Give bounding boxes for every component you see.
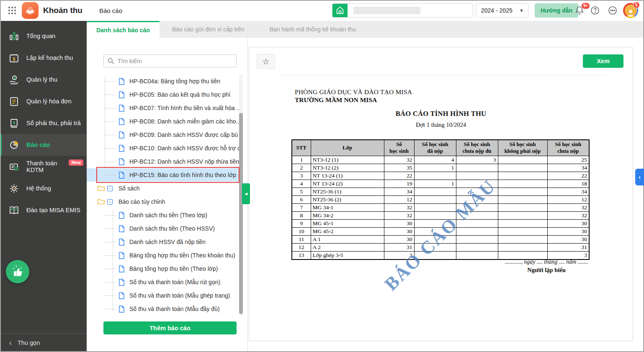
tree-item-label: Sổ thu và thanh toán (Mẫu ghép trang) <box>129 292 230 299</box>
report-table-cell: MG 34-1 <box>311 203 384 211</box>
tree-item-file[interactable]: HP-BC08: Danh sách miễn giảm các kho... <box>87 115 242 128</box>
sidebar-item-t-ng-quan[interactable]: Tổng quan <box>0 25 87 47</box>
top-bar: $ Khoản thu Báo cáo 2024 - 2025 ▼ Hướng … <box>0 0 644 21</box>
report-table-cell: 31 <box>547 243 589 251</box>
report-table-cell <box>456 195 498 203</box>
report-table-cell: 34 <box>384 188 414 195</box>
report-table-row: 10MG 45-23030 <box>292 227 589 235</box>
svg-text:$: $ <box>29 8 31 11</box>
report-table-cell: 6 <box>292 195 311 203</box>
sidebar-item-qu-n-l-thu[interactable]: $Quản lý thu <box>0 69 87 90</box>
tree-item-file[interactable]: Danh sách HSSV đã nộp tiền <box>87 235 242 249</box>
file-icon <box>118 306 125 313</box>
nav-item-bao-cao[interactable]: Báo cáo <box>99 0 122 21</box>
org-search-group[interactable] <box>332 3 473 18</box>
report-table-col-header: STT <box>292 140 311 156</box>
report-date-line: ..........., ngày .... tháng .... năm ..… <box>484 259 609 265</box>
sidebar-item-h-th-ng[interactable]: Hệ thống <box>0 177 87 199</box>
report-table-cell <box>456 251 498 260</box>
file-icon <box>118 212 125 219</box>
tree-item-file[interactable]: Sổ thu và thanh toán (Mẫu ghép trang) <box>87 289 242 302</box>
sidebar-item-thanh-to-n-kdtm[interactable]: Thanh toán KDTMNew <box>0 156 87 177</box>
report-table-cell: 30 <box>384 235 414 243</box>
collapse-minus-icon[interactable]: − <box>107 199 113 205</box>
tree-item-file[interactable]: HP-BC09: Danh sách HSSV được cấp bù miễ <box>87 128 242 141</box>
tree-item-label: Sổ thu và thanh toán (Mẫu đầy đủ) <box>129 306 220 312</box>
tree-item-file[interactable]: Danh sách thu tiền (Theo HSSV) <box>87 222 242 235</box>
panel-collapse-handle[interactable]: ◀ <box>242 183 250 204</box>
report-preview-card: ☆ Xem PHÒNG GIÁO DỤC VÀ ĐÀO TẠO MISA TRƯ… <box>249 47 633 341</box>
report-table-col-header: Số học sinh chưa nộp <box>547 140 589 156</box>
report-table-cell: MG 34-2 <box>311 211 384 219</box>
report-table-row: 3NT 13-24 (1)2222 <box>292 172 589 180</box>
sidebar-item-s-ph-i-thu-ph-i-tr-[interactable]: $Sổ phải thu, phải trả <box>0 112 87 134</box>
tree-folder-label: Sổ sách <box>118 185 140 192</box>
report-table-cell: 25 <box>547 156 589 164</box>
report-table-cell: 12 <box>384 195 414 203</box>
report-table-row: 13Lớp ghép 3-533 <box>292 251 589 260</box>
tree-folder[interactable]: −Báo cáo tùy chỉnh <box>87 195 242 208</box>
scrollbar-thumb[interactable] <box>239 113 243 314</box>
tree-folder[interactable]: −Sổ sách <box>87 182 242 195</box>
app-title: Khoản thu <box>43 0 82 21</box>
report-table-cell <box>498 219 547 227</box>
search-input[interactable] <box>118 58 233 64</box>
report-table-cell <box>456 211 498 219</box>
sidebar-item-l-p-k-ho-ch-thu[interactable]: $Lập kế hoạch thu <box>0 47 87 69</box>
new-badge: New <box>69 159 83 166</box>
pie-chart-icon <box>8 139 19 150</box>
tree-item-file[interactable]: Sổ thu và thanh toán (Mẫu rút gọn) <box>87 275 242 289</box>
sidebar-item-b-o-c-o[interactable]: Báo cáo <box>0 134 87 156</box>
report-table-cell <box>414 195 456 203</box>
tree-item-file[interactable]: HP-BC12: Danh sách HSSV nộp thừa tiền <box>87 155 242 168</box>
tree-item-file[interactable]: HP-BC07: Tình hình thu tiền và xuất hóa … <box>87 101 242 115</box>
report-table-cell <box>498 211 547 219</box>
school-year-select[interactable]: 2024 - 2025 ▼ <box>476 3 528 18</box>
tree-item-file[interactable]: Bảng tổng hợp thu tiền (Theo lớp) <box>87 262 242 275</box>
avatar-badge: 5 <box>633 2 640 8</box>
tree-item-file[interactable]: Sổ thu và thanh toán (Mẫu đầy đủ) <box>87 302 242 316</box>
guide-button[interactable]: Hướng dẫn <box>535 3 578 18</box>
report-table-cell: 19 <box>384 180 414 188</box>
report-table-row: 6NT25-36 (2)1212 <box>292 195 589 203</box>
report-table-cell: 1 <box>414 180 456 188</box>
search-box[interactable] <box>103 54 237 67</box>
home-icon[interactable] <box>332 3 348 18</box>
sidebar-item--o-t-o-misa-emis[interactable]: Đào tạo MISA EMIS <box>0 199 87 221</box>
feedback-button[interactable] <box>6 260 29 283</box>
tree-item-file[interactable]: Danh sách thu tiền (Theo lớp) <box>87 208 242 222</box>
report-table-cell <box>498 251 547 260</box>
report-table-cell: 31 <box>384 243 414 251</box>
khoan-thu-app-icon[interactable]: $ <box>22 2 39 19</box>
report-table-cell: NT 13-24 (1) <box>311 172 384 180</box>
tree-item-file[interactable]: Bảng tổng hợp thu tiền (Theo khoản thu) <box>87 249 242 262</box>
app-grid-icon[interactable] <box>8 6 17 15</box>
report-table-col-header: Số học sinh đã nộp <box>414 140 456 156</box>
report-table-cell: 32 <box>384 211 414 219</box>
tree-item-label: Bảng tổng hợp thu tiền (Theo lớp) <box>129 265 218 272</box>
sidebar-item-qu-n-l-h-a-n[interactable]: Quản lý hóa đơn <box>0 90 87 112</box>
tree-item-file[interactable]: HP-BC05: Báo cáo kết quả thu học phí <box>87 88 242 101</box>
folder-icon <box>98 199 105 205</box>
tree-connector <box>105 215 116 216</box>
report-table-row: 8MG 34-23232 <box>292 211 589 219</box>
file-icon <box>118 172 125 179</box>
sidebar-collapse[interactable]: ‹ Thu gọn <box>0 333 87 352</box>
calendar-money-icon: $ <box>8 52 19 63</box>
report-table-cell: 3 <box>384 251 414 260</box>
tree-item-file[interactable]: HP-BC10: Danh sách HSSV được hỗ trợ chi.… <box>87 141 242 155</box>
report-table-cell <box>414 203 456 211</box>
help-icon[interactable] <box>589 5 601 16</box>
tree-item-selected[interactable]: HP-BC15: Báo cáo tình hình thu theo lớp <box>87 168 242 182</box>
tab-danh-sach-bao-cao[interactable]: Danh sách báo cáo <box>87 21 160 38</box>
report-table-col-header: Số học sinh <box>384 140 414 156</box>
tree-item-file[interactable]: HP-BC04a: Bảng tổng hợp thu tiền <box>87 75 242 88</box>
tab-ban-hanh-ma-thong-ke[interactable]: Ban hành mã thống kê khoản thu <box>257 21 368 38</box>
report-table-cell: 11 <box>292 235 311 243</box>
more-options-icon[interactable] <box>607 5 618 16</box>
tab-bao-cao-gui-don-vi[interactable]: Báo cáo gửi đơn vị cấp trên <box>160 21 257 38</box>
collapse-minus-icon[interactable]: − <box>107 186 113 191</box>
right-panel-expand-handle[interactable]: ‹ <box>635 169 644 185</box>
add-report-button[interactable]: Thêm báo cáo <box>103 321 237 334</box>
report-table-cell: 3 <box>292 172 311 180</box>
